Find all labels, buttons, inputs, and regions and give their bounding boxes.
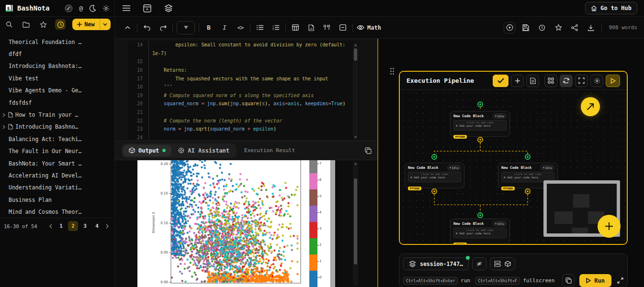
math-toggle-button[interactable]: Math: [357, 24, 381, 31]
note-list-item[interactable]: Business Plan: [0, 194, 114, 206]
note-list-item[interactable]: Understanding Variati…: [0, 182, 114, 194]
fullscreen-button[interactable]: [575, 75, 588, 87]
settings-gear-icon[interactable]: [102, 5, 110, 12]
save-icon[interactable]: [520, 22, 531, 33]
code-scrollbar[interactable]: ▲ ▼: [353, 43, 358, 140]
pipeline-node[interactable]: New Code Block Idle click to add code # …: [450, 111, 510, 137]
server-kernel-button[interactable]: [490, 257, 515, 270]
blockquote-icon[interactable]: [321, 22, 333, 33]
pipeline-canvas[interactable]: New Code Block Idle click to add code # …: [400, 90, 627, 244]
colorbar-label: 5: [319, 194, 326, 198]
output-scrollbar[interactable]: ▲: [353, 161, 358, 286]
figure-scrollbar[interactable]: [330, 160, 335, 287]
expand-icon[interactable]: [617, 277, 623, 284]
folder-icon[interactable]: [21, 19, 32, 30]
run-all-icon[interactable]: [504, 22, 515, 33]
ordered-list-icon[interactable]: 123: [270, 22, 282, 33]
note-list-item[interactable]: Introducing Bashno…: [0, 121, 114, 133]
input-connector[interactable]: [477, 101, 483, 107]
input-connector[interactable]: [431, 154, 437, 160]
redo-icon[interactable]: [157, 22, 169, 33]
node-code-preview[interactable]: click to add code # Add your code here: [453, 120, 507, 131]
session-selector-button[interactable]: session-1747…: [403, 257, 469, 270]
dark-mode-moon-icon[interactable]: [89, 5, 96, 12]
output-connector[interactable]: [477, 137, 483, 143]
pipeline-node[interactable]: New Code Block Idle click to add code # …: [450, 219, 510, 244]
copy-code-button[interactable]: [562, 274, 575, 287]
page-prev-icon[interactable]: [47, 224, 54, 229]
node-code-preview[interactable]: click to add code # Add your code here: [408, 172, 461, 182]
output-connector[interactable]: [431, 188, 437, 194]
add-node-button[interactable]: [511, 75, 524, 87]
run-pipeline-button[interactable]: [606, 75, 620, 87]
go-to-hub-button[interactable]: Go to Hub: [585, 2, 637, 14]
code-inline-icon[interactable]: <>: [235, 22, 246, 33]
pipeline-node[interactable]: New Code Block Idle click to add code # …: [405, 163, 464, 188]
note-list-item[interactable]: dfdf: [0, 48, 114, 60]
tab-output[interactable]: Output: [123, 145, 171, 156]
table-icon[interactable]: [290, 22, 301, 33]
chevron-right-icon[interactable]: [2, 113, 6, 117]
code-block[interactable]: 14 epsilon: Small constant to avoid divi…: [128, 41, 359, 140]
drag-handle-icon[interactable]: [390, 67, 395, 75]
recent-clock-icon[interactable]: [55, 19, 66, 30]
hide-output-button[interactable]: [472, 257, 486, 270]
undo-icon[interactable]: [141, 22, 153, 33]
layers-icon[interactable]: [164, 4, 173, 12]
page-button[interactable]: 1: [56, 221, 66, 231]
refresh-button[interactable]: [560, 75, 573, 87]
note-list-item[interactable]: Theorical Foundation …: [0, 36, 114, 48]
layout-grid-button[interactable]: [544, 75, 557, 87]
note-list-item[interactable]: Vibe test: [0, 72, 114, 84]
node-status-badge: Idle: [447, 165, 461, 170]
italic-icon[interactable]: I: [219, 22, 230, 33]
new-button-caret[interactable]: [100, 19, 111, 30]
note-list-item[interactable]: Mind and Cosmos Theor…: [0, 206, 114, 218]
note-list-item[interactable]: Accelerating AI Devel…: [0, 169, 114, 181]
horizontal-rule-icon[interactable]: [337, 22, 349, 33]
pipeline-settings-button[interactable]: [590, 75, 603, 87]
block-type-dropdown[interactable]: [177, 21, 195, 34]
code-file-icon[interactable]: ab: [305, 22, 317, 33]
page-button[interactable]: 3: [80, 221, 90, 231]
node-code-preview[interactable]: click to add code # Add your code here: [453, 228, 507, 238]
note-list-item[interactable]: Vibe Agents Demo - Ge…: [0, 85, 114, 97]
run-button[interactable]: Run: [579, 274, 611, 287]
note-list-item[interactable]: Balancing Act: Teachi…: [0, 133, 114, 145]
favorite-star-icon[interactable]: [553, 22, 564, 33]
confirm-check-button[interactable]: [493, 75, 508, 87]
page-button[interactable]: 4: [92, 221, 102, 231]
doc-template-button[interactable]: [526, 75, 539, 87]
history-clock-icon[interactable]: [536, 22, 548, 33]
star-icon[interactable]: [38, 19, 49, 30]
tab-ai-assistant[interactable]: AI Assistant: [172, 145, 235, 156]
note-list-item[interactable]: Introducing Bashnota:…: [0, 60, 114, 72]
download-icon[interactable]: [585, 22, 597, 33]
add-block-fab[interactable]: [598, 215, 621, 238]
new-note-button[interactable]: New: [72, 19, 111, 30]
note-list-item[interactable]: The Fault in Our Neur…: [0, 145, 114, 157]
menu-hamburger-icon[interactable]: [123, 5, 130, 11]
note-title: The Fault in Our Neur…: [9, 148, 81, 155]
copy-output-icon[interactable]: [365, 147, 372, 154]
mention-icon[interactable]: @: [79, 5, 83, 12]
pen-circle-icon[interactable]: [65, 4, 73, 12]
bold-icon[interactable]: B: [203, 22, 215, 33]
page-next-icon[interactable]: [104, 224, 111, 229]
tab-execution-result[interactable]: Execution Result: [244, 147, 295, 154]
output-connector[interactable]: [525, 188, 531, 194]
note-list-item[interactable]: How to Train your …: [0, 109, 114, 121]
note-list-item[interactable]: fdsfdsf: [0, 97, 114, 109]
bullet-list-icon[interactable]: [254, 22, 266, 33]
chevron-right-icon[interactable]: [2, 125, 6, 129]
collapse-toolbar-icon[interactable]: [122, 22, 133, 33]
note-title: Accelerating AI Devel…: [9, 172, 81, 179]
input-connector[interactable]: [477, 212, 483, 218]
input-connector[interactable]: [525, 154, 531, 160]
share-icon[interactable]: [569, 22, 580, 33]
page-button[interactable]: 2: [68, 221, 78, 231]
search-icon[interactable]: [4, 19, 14, 30]
panel-collapse-icon[interactable]: [143, 4, 151, 12]
note-list-item[interactable]: BashNota: Your Smart …: [0, 157, 114, 169]
navigate-fab[interactable]: [581, 97, 600, 116]
